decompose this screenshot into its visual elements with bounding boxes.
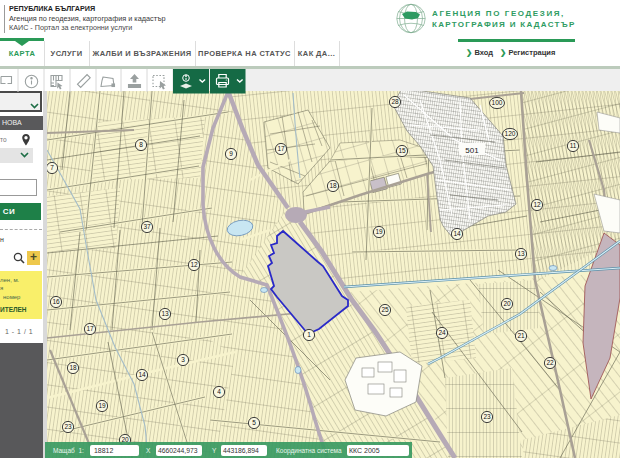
svg-text:3: 3: [181, 356, 185, 363]
svg-text:18: 18: [329, 182, 337, 189]
svg-text:1: 1: [307, 331, 311, 338]
svg-text:28: 28: [391, 98, 399, 105]
svg-text:501: 501: [465, 146, 479, 155]
svg-text:5: 5: [252, 419, 256, 426]
svg-text:14: 14: [453, 230, 461, 237]
svg-text:11: 11: [570, 142, 577, 149]
svg-text:8: 8: [139, 141, 143, 148]
svg-text:12: 12: [190, 261, 198, 268]
svg-text:18: 18: [69, 364, 77, 371]
svg-text:24: 24: [438, 329, 446, 336]
svg-text:19: 19: [98, 402, 106, 409]
svg-text:22: 22: [546, 359, 554, 366]
svg-text:17: 17: [277, 145, 285, 152]
svg-text:100: 100: [492, 99, 503, 106]
svg-text:25: 25: [381, 306, 389, 313]
svg-text:16: 16: [52, 298, 60, 305]
svg-text:23: 23: [64, 423, 72, 430]
svg-text:12: 12: [533, 201, 541, 208]
svg-text:17: 17: [86, 325, 94, 332]
svg-text:13: 13: [517, 250, 525, 257]
svg-text:13: 13: [161, 310, 169, 317]
svg-text:21: 21: [517, 332, 525, 339]
svg-text:15: 15: [398, 147, 406, 154]
svg-text:37: 37: [143, 223, 151, 230]
svg-text:9: 9: [229, 150, 233, 157]
svg-text:4: 4: [217, 388, 221, 395]
svg-text:14: 14: [138, 371, 146, 378]
svg-text:7: 7: [50, 164, 54, 171]
svg-text:120: 120: [505, 130, 516, 137]
svg-text:23: 23: [483, 413, 491, 420]
svg-text:19: 19: [375, 228, 383, 235]
svg-text:20: 20: [503, 300, 511, 307]
